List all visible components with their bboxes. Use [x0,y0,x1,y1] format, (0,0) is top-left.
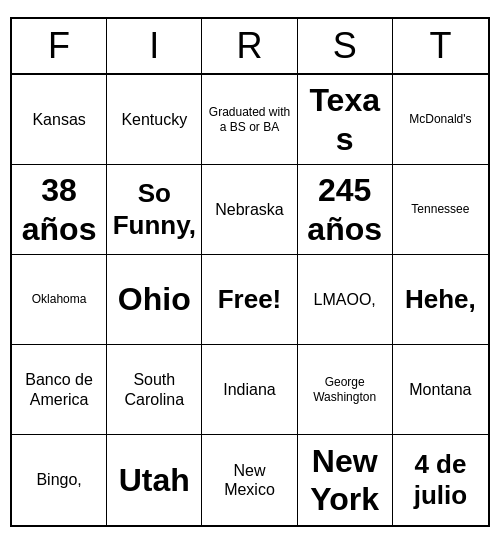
cell-content: Hehe, [405,284,476,315]
grid-cell-4-0: Bingo, [12,435,107,525]
grid-cell-4-4: 4 de julio [393,435,488,525]
grid-cell-1-0: 38 años [12,165,107,255]
grid-cell-2-2: Free! [202,255,297,345]
grid-cell-1-4: Tennessee [393,165,488,255]
bingo-grid: KansasKentuckyGraduated with a BS or BAT… [12,75,488,525]
grid-cell-3-1: South Carolina [107,345,202,435]
header-letter: I [107,19,202,73]
bingo-header: FIRST [12,19,488,75]
grid-cell-4-3: New York [298,435,393,525]
cell-content: Kentucky [121,110,187,129]
grid-cell-1-1: So Funny, [107,165,202,255]
cell-content: Graduated with a BS or BA [206,105,292,134]
cell-content: 245 años [302,171,388,248]
grid-cell-2-4: Hehe, [393,255,488,345]
cell-content: Ohio [118,280,191,318]
grid-cell-1-2: Nebraska [202,165,297,255]
cell-content: George Washington [302,375,388,404]
grid-cell-4-1: Utah [107,435,202,525]
grid-cell-1-3: 245 años [298,165,393,255]
cell-content: Texas [302,81,388,158]
cell-content: Indiana [223,380,276,399]
header-letter: R [202,19,297,73]
cell-content: Free! [218,284,282,315]
cell-content: Kansas [32,110,85,129]
bingo-card: FIRST KansasKentuckyGraduated with a BS … [10,17,490,527]
grid-cell-0-0: Kansas [12,75,107,165]
grid-cell-0-3: Texas [298,75,393,165]
cell-content: Banco de America [16,370,102,408]
header-letter: T [393,19,488,73]
grid-cell-3-0: Banco de America [12,345,107,435]
cell-content: McDonald's [409,112,471,126]
cell-content: Oklahoma [32,292,87,306]
cell-content: New Mexico [206,461,292,499]
cell-content: Tennessee [411,202,469,216]
grid-cell-0-2: Graduated with a BS or BA [202,75,297,165]
grid-cell-3-3: George Washington [298,345,393,435]
grid-cell-4-2: New Mexico [202,435,297,525]
grid-cell-3-4: Montana [393,345,488,435]
grid-cell-3-2: Indiana [202,345,297,435]
header-letter: F [12,19,107,73]
cell-content: 4 de julio [397,449,484,511]
cell-content: South Carolina [111,370,197,408]
grid-cell-2-0: Oklahoma [12,255,107,345]
cell-content: Nebraska [215,200,283,219]
cell-content: Bingo, [36,470,81,489]
cell-content: 38 años [16,171,102,248]
cell-content: So Funny, [111,178,197,240]
cell-content: Utah [119,461,190,499]
cell-content: Montana [409,380,471,399]
header-letter: S [298,19,393,73]
grid-cell-2-1: Ohio [107,255,202,345]
grid-cell-0-1: Kentucky [107,75,202,165]
cell-content: LMAOO, [314,290,376,309]
grid-cell-2-3: LMAOO, [298,255,393,345]
grid-cell-0-4: McDonald's [393,75,488,165]
cell-content: New York [302,442,388,519]
